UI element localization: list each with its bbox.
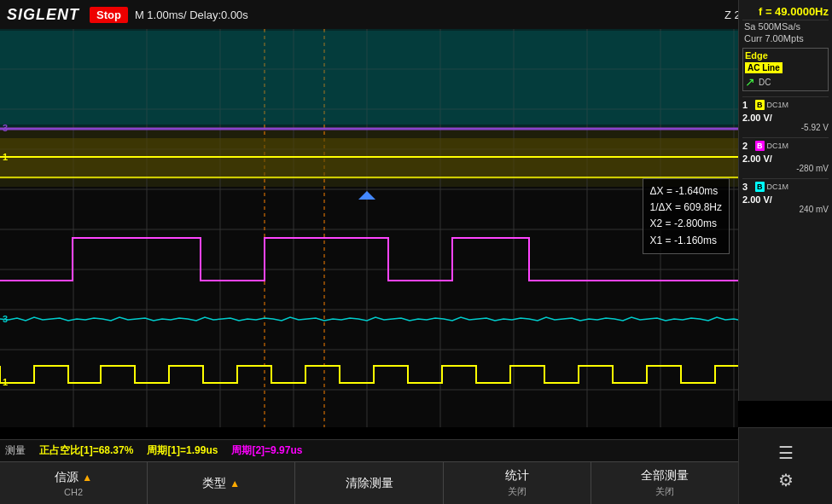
source-arrow-icon: ▲ <box>82 472 92 484</box>
freq-display: f = 49.0000Hz <box>742 3 829 20</box>
measurement-box: ΔX = -1.640ms 1/ΔX = 609.8Hz X2 = -2.800… <box>643 178 730 254</box>
meas-inv-dx: 1/ΔX = 609.8Hz <box>650 200 722 216</box>
clear-meas-label: 清除测量 <box>346 476 393 491</box>
ch1-duty-cycle: 正占空比[1]=68.37% <box>39 443 133 458</box>
oscilloscope-area: 3 1 3 1 ΔX = -1.640ms 1/ΔX = 609.8Hz X2 … <box>0 29 738 427</box>
ch3-vdiv: 2.00 V/ <box>742 194 829 205</box>
settings-icon[interactable]: ⚙ <box>778 470 794 490</box>
meas-x1: X1 = -1.160ms <box>650 233 722 249</box>
svg-text:3: 3 <box>3 123 8 133</box>
right-panel: f = 49.0000Hz Sa 500MSa/s Curr 7.00Mpts … <box>738 0 832 401</box>
timebase-info: M 1.00ms/ Delay:0.00s <box>135 9 718 21</box>
type-arrow-icon: ▲ <box>230 478 240 490</box>
stop-badge[interactable]: Stop <box>90 7 128 23</box>
menu-icon[interactable]: ☰ <box>778 443 794 463</box>
ch3-block[interactable]: 3 B DC1M 2.00 V/ 240 mV <box>742 178 829 214</box>
trigger-slope-icon: ↗ <box>745 75 755 89</box>
trigger-dc-label: DC <box>759 78 771 87</box>
waveform-svg: 3 1 3 1 <box>0 29 738 427</box>
svg-text:1: 1 <box>3 152 8 162</box>
ch3-badge: B <box>755 182 765 192</box>
ch1-period: 周期[1]=1.99us <box>147 443 218 458</box>
ch2-offset: -280 mV <box>742 164 829 173</box>
ch2-vdiv: 2.00 V/ <box>742 154 829 164</box>
ch1-number: 1 <box>742 100 753 110</box>
siglent-logo: SIGLENT <box>7 6 79 24</box>
ch1-block[interactable]: 1 B DC1M 2.00 V/ -5.92 V <box>742 96 829 132</box>
trigger-type-label: Edge <box>745 50 826 61</box>
ch2-coupling: DC1M <box>767 142 789 150</box>
all-meas-label: 全部测量 <box>641 468 689 484</box>
stats-button[interactable]: 统计 关闭 <box>444 462 591 504</box>
ch1-coupling: DC1M <box>767 101 789 109</box>
ch1-badge: B <box>755 100 765 110</box>
svg-text:3: 3 <box>3 314 8 324</box>
trigger-section[interactable]: Edge AC Line ↗ DC <box>742 48 829 91</box>
ch1-vdiv: 2.00 V/ <box>742 113 829 123</box>
stats-label: 统计 <box>505 468 529 484</box>
all-meas-sub: 关闭 <box>655 485 674 498</box>
ch3-coupling: DC1M <box>767 182 789 191</box>
source-label: 信源 <box>55 470 79 485</box>
svg-text:1: 1 <box>3 377 8 387</box>
bottom-buttons: 信源 ▲ CH2 类型 ▲ 清除测量 统计 关闭 全部测量 关闭 <box>0 461 738 504</box>
ch2-number: 2 <box>742 141 753 151</box>
meas-x2: X2 = -2.800ms <box>650 216 722 232</box>
stats-sub: 关闭 <box>508 485 527 498</box>
ch2-block[interactable]: 2 B DC1M 2.00 V/ -280 mV <box>742 137 829 173</box>
curr-info: Curr 7.00Mpts <box>742 32 829 44</box>
svg-rect-24 <box>0 31 738 125</box>
right-bottom-panel: ☰ ⚙ <box>738 427 832 504</box>
bottom-status: 测量 正占空比[1]=68.37% 周期[1]=1.99us 周期[2]=9.9… <box>0 439 738 461</box>
type-button[interactable]: 类型 ▲ <box>148 462 295 504</box>
source-sub: CH2 <box>64 487 83 497</box>
sa-info: Sa 500MSa/s <box>742 20 829 32</box>
source-button[interactable]: 信源 ▲ CH2 <box>0 462 148 504</box>
clear-meas-button[interactable]: 清除测量 <box>295 462 443 504</box>
ch2-badge: B <box>755 141 765 151</box>
type-label: 类型 <box>202 476 226 491</box>
all-meas-button[interactable]: 全部测量 关闭 <box>591 462 738 504</box>
measurement-label: 测量 <box>5 443 26 458</box>
ch2-period: 周期[2]=9.97us <box>231 443 302 458</box>
svg-rect-26 <box>0 138 738 179</box>
ch3-offset: 240 mV <box>742 205 829 214</box>
trigger-ac-label: AC Line <box>745 62 783 73</box>
meas-dx: ΔX = -1.640ms <box>650 183 722 200</box>
ch1-offset: -5.92 V <box>742 123 829 132</box>
svg-marker-29 <box>358 191 375 200</box>
top-bar: SIGLENT Stop M 1.00ms/ Delay:0.00s Z 2.0… <box>0 0 832 29</box>
ch3-number: 3 <box>742 182 753 192</box>
